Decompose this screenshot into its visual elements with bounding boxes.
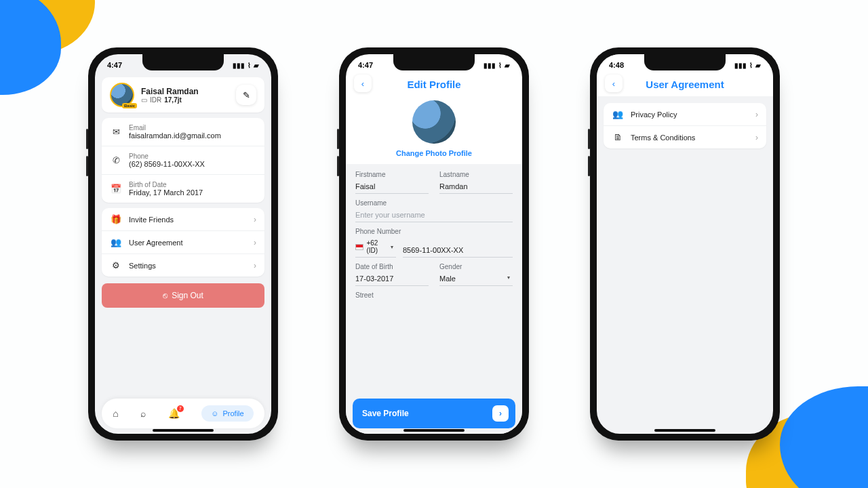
tab-profile[interactable]: ☺ Profile <box>201 405 253 422</box>
wifi-icon: ⌇ <box>248 62 251 69</box>
tab-profile-label: Profile <box>223 409 244 418</box>
dob-input[interactable]: 17-03-2017 <box>355 274 429 286</box>
users-icon: 👥 <box>612 109 624 119</box>
currency: IDR <box>150 96 161 104</box>
page-title: User Agreement <box>646 79 724 90</box>
gender-select[interactable]: Male▾ <box>439 274 513 286</box>
chevron-right-icon: › <box>755 133 758 142</box>
settings-label: Settings <box>129 262 156 270</box>
save-profile-label: Save Profile <box>362 409 409 418</box>
battery-icon: ▰ <box>755 62 761 69</box>
flag-indonesia-icon <box>355 244 363 250</box>
back-button[interactable]: ‹ <box>354 75 372 92</box>
signal-icon: ▮▮▮ <box>484 62 496 69</box>
user-icon: ☺ <box>211 409 218 418</box>
profile-photo[interactable] <box>412 100 456 144</box>
privacy-policy-row[interactable]: 👥 Privacy Policy › <box>604 103 766 125</box>
page-title: Edit Profile <box>407 79 460 90</box>
country-code-label: +62 (ID) <box>366 239 388 254</box>
lastname-label: Lastname <box>439 171 513 178</box>
status-time: 4:48 <box>609 61 624 69</box>
email-label: Email <box>129 124 221 131</box>
chevron-right-icon: › <box>254 261 256 270</box>
signal-icon: ▮▮▮ <box>233 62 245 69</box>
phone-user-agreement: 4:48 ▮▮▮ ⌇ ▰ ‹ User Agreement 👥 Privacy … <box>590 47 780 441</box>
notch <box>142 54 224 70</box>
header: ‹ Edit Profile <box>346 72 522 96</box>
gender-label: Gender <box>439 263 513 270</box>
chevron-right-icon: › <box>254 238 256 247</box>
phone-input[interactable]: 8569-11-00XX-XX <box>403 246 513 258</box>
dob-label: Date of Birth <box>355 263 429 270</box>
users-icon: 👥 <box>110 237 122 247</box>
terms-conditions-row[interactable]: 🗎 Terms & Conditions › <box>604 125 766 148</box>
terms-conditions-label: Terms & Conditions <box>631 134 695 142</box>
tab-search[interactable]: ⌕ <box>140 408 146 419</box>
notch <box>644 54 726 70</box>
user-edit-icon: ✎ <box>243 90 250 100</box>
wifi-icon: ⌇ <box>498 62 502 69</box>
signal-icon: ▮▮▮ <box>734 62 747 69</box>
document-icon: 🗎 <box>612 132 624 142</box>
status-time: 4:47 <box>358 61 373 69</box>
chevron-down-icon: ▾ <box>507 274 510 283</box>
contact-card: ✉ Email faisalramdan.id@gmail.com ✆ Phon… <box>102 118 264 203</box>
user-name: Faisal Ramdan <box>141 87 199 96</box>
email-icon: ✉ <box>110 127 122 137</box>
firstname-label: Firstname <box>355 171 429 178</box>
settings-row[interactable]: ⚙ Settings › <box>102 253 264 277</box>
header: ‹ User Agreement <box>597 72 773 96</box>
notch <box>393 54 475 70</box>
street-label: Street <box>355 291 513 299</box>
user-agreement-label: User Agreement <box>129 239 182 247</box>
phone-icon: ✆ <box>110 155 122 165</box>
gear-icon: ⚙ <box>110 260 122 270</box>
chevron-left-icon: ‹ <box>361 79 364 89</box>
chevron-left-icon: ‹ <box>612 79 615 89</box>
dob-label: Birth of Date <box>129 181 203 188</box>
phone-value: (62) 8569-11-00XX-XX <box>129 160 205 168</box>
tab-home[interactable]: ⌂ <box>113 408 118 419</box>
wallet-icon: ▭ <box>141 96 147 104</box>
battery-icon: ▰ <box>254 62 259 69</box>
phone-edit-profile: 4:47 ▮▮▮ ⌇ ▰ ‹ Edit Profile Change Photo… <box>339 47 529 441</box>
save-profile-button[interactable]: Save Profile › <box>353 399 515 428</box>
signout-icon: ⎋ <box>163 291 167 300</box>
dob-value: Friday, 17 March 2017 <box>129 188 203 197</box>
edit-form: Firstname Faisal Lastname Ramdan Usernam… <box>346 164 522 434</box>
bottom-tabbar: ⌂ ⌕ 🔔 7 ☺ Profile <box>102 399 264 428</box>
wifi-icon: ⌇ <box>749 62 753 69</box>
edit-profile-button[interactable]: ✎ <box>236 85 256 105</box>
phone-label: Phone Number <box>355 228 513 235</box>
phone-label: Phone <box>129 152 205 160</box>
gift-icon: 🎁 <box>110 214 122 224</box>
search-icon: ⌕ <box>140 408 146 419</box>
username-label: Username <box>355 199 513 207</box>
battery-icon: ▰ <box>505 62 510 69</box>
privacy-policy-label: Privacy Policy <box>631 110 677 119</box>
chevron-right-icon: › <box>492 405 509 422</box>
chevron-right-icon: › <box>755 110 758 119</box>
avatar[interactable]: Basic <box>110 83 134 107</box>
country-code-select[interactable]: +62 (ID) ▾ <box>355 239 396 258</box>
invite-friends-row[interactable]: 🎁 Invite Friends › <box>102 208 264 230</box>
home-indicator <box>403 429 465 432</box>
profile-header-card: Basic Faisal Ramdan ▭ IDR 17,7jt ✎ <box>102 77 264 113</box>
back-button[interactable]: ‹ <box>605 75 623 92</box>
agreement-list: 👥 Privacy Policy › 🗎 Terms & Conditions … <box>604 103 766 148</box>
sign-out-button[interactable]: ⎋ Sign Out <box>102 283 264 308</box>
user-agreement-row[interactable]: 👥 User Agreement › <box>102 230 264 253</box>
balance: 17,7jt <box>164 96 182 104</box>
phone-profile: 4:47 ▮▮▮ ⌇ ▰ Basic Faisal Ramdan ▭ IDR 1 <box>88 47 278 441</box>
email-value: faisalramdan.id@gmail.com <box>129 131 221 140</box>
lastname-input[interactable]: Ramdan <box>439 182 513 194</box>
notification-badge: 7 <box>177 405 184 412</box>
firstname-input[interactable]: Faisal <box>355 182 429 194</box>
tab-notifications[interactable]: 🔔 7 <box>168 408 180 419</box>
change-photo-link[interactable]: Change Photo Profile <box>396 149 472 157</box>
actions-card: 🎁 Invite Friends › 👥 User Agreement › ⚙ … <box>102 208 264 277</box>
sign-out-label: Sign Out <box>172 291 203 300</box>
username-input[interactable]: Enter your username <box>355 211 513 222</box>
gender-value: Male <box>439 274 456 283</box>
status-time: 4:47 <box>107 61 122 69</box>
